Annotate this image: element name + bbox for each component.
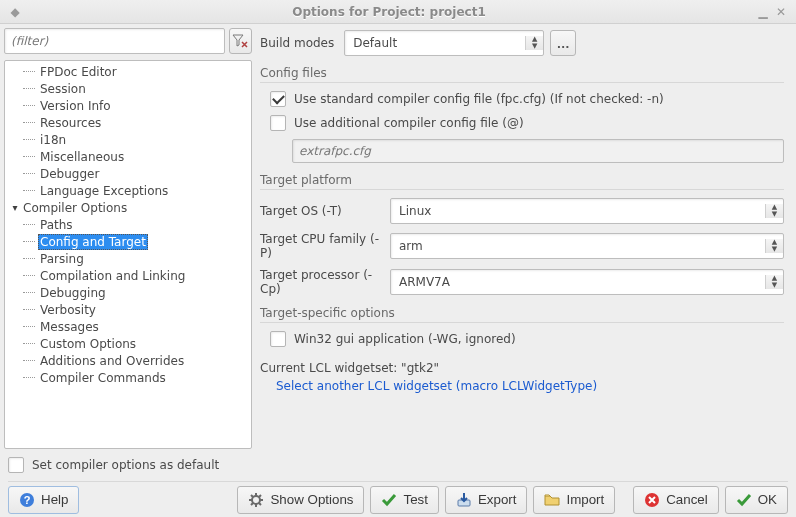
- check-icon: [381, 492, 397, 508]
- tree-item-label: Debugger: [38, 166, 101, 182]
- window-app-icon: ◆: [6, 3, 24, 21]
- tree-item[interactable]: Paths: [5, 216, 251, 233]
- current-widgetset-label: Current LCL widgetset: "gtk2": [260, 361, 784, 375]
- window-minimize-button[interactable]: ▁: [754, 3, 772, 21]
- tree-item[interactable]: Version Info: [5, 97, 251, 114]
- target-processor-label: Target processor (-Cp): [260, 268, 390, 296]
- folder-icon: [544, 492, 560, 508]
- build-modes-combo[interactable]: Default ▲▼: [344, 30, 544, 56]
- target-processor-value: ARMV7A: [391, 275, 765, 289]
- tree-item[interactable]: Session: [5, 80, 251, 97]
- target-processor-combo[interactable]: ARMV7A ▲▼: [390, 269, 784, 295]
- tree-item[interactable]: Custom Options: [5, 335, 251, 352]
- category-tree[interactable]: FPDoc EditorSessionVersion InfoResources…: [4, 60, 252, 449]
- check-icon: [736, 492, 752, 508]
- tree-item[interactable]: Debugging: [5, 284, 251, 301]
- window-close-button[interactable]: ✕: [772, 3, 790, 21]
- svg-point-2: [252, 496, 260, 504]
- chevron-updown-icon: ▲▼: [525, 36, 543, 50]
- use-additional-config-checkbox[interactable]: [270, 115, 286, 131]
- win32-gui-checkbox[interactable]: [270, 331, 286, 347]
- tree-item[interactable]: FPDoc Editor: [5, 63, 251, 80]
- tree-item-label: Compiler Commands: [38, 370, 168, 386]
- target-os-value: Linux: [391, 204, 765, 218]
- tree-item[interactable]: Parsing: [5, 250, 251, 267]
- tree-item-label: Paths: [38, 217, 75, 233]
- set-default-checkbox[interactable]: [8, 457, 24, 473]
- import-button[interactable]: Import: [533, 486, 615, 514]
- svg-text:?: ?: [24, 494, 31, 506]
- tree-item-label: i18n: [38, 132, 68, 148]
- target-specific-group-title: Target-specific options: [260, 306, 784, 320]
- target-platform-group-title: Target platform: [260, 173, 784, 187]
- tree-item-label: Compiler Options: [21, 200, 129, 216]
- funnel-clear-icon: [232, 33, 248, 49]
- config-files-group-title: Config files: [260, 66, 784, 80]
- ellipsis-icon: …: [557, 36, 570, 51]
- use-standard-config-label: Use standard compiler config file (fpc.c…: [294, 92, 664, 106]
- export-button[interactable]: Export: [445, 486, 528, 514]
- tree-item-label: Resources: [38, 115, 103, 131]
- test-button[interactable]: Test: [370, 486, 438, 514]
- target-cpu-combo[interactable]: arm ▲▼: [390, 233, 784, 259]
- tree-item-label: Messages: [38, 319, 101, 335]
- tree-item-label: Compilation and Linking: [38, 268, 187, 284]
- chevron-updown-icon: ▲▼: [765, 239, 783, 253]
- chevron-updown-icon: ▲▼: [765, 275, 783, 289]
- cancel-button[interactable]: Cancel: [633, 486, 719, 514]
- tree-item[interactable]: Compilation and Linking: [5, 267, 251, 284]
- tree-item-label: Parsing: [38, 251, 86, 267]
- export-icon: [456, 492, 472, 508]
- filter-clear-button[interactable]: [229, 28, 252, 54]
- help-button[interactable]: ? Help: [8, 486, 79, 514]
- tree-item[interactable]: i18n: [5, 131, 251, 148]
- win32-gui-label: Win32 gui application (-WG, ignored): [294, 332, 516, 346]
- chevron-down-icon: ▾: [9, 202, 21, 213]
- gear-icon: [248, 492, 264, 508]
- tree-item[interactable]: Config and Target: [5, 233, 251, 250]
- tree-item-label: Additions and Overrides: [38, 353, 186, 369]
- use-additional-config-label: Use additional compiler config file (@): [294, 116, 524, 130]
- dialog-button-bar: ? Help Show Options Test Export Import: [8, 481, 788, 513]
- tree-item-label: Config and Target: [38, 234, 148, 250]
- target-os-label: Target OS (-T): [260, 204, 390, 218]
- tree-item[interactable]: ▾Compiler Options: [5, 199, 251, 216]
- window-title: Options for Project: project1: [24, 5, 754, 19]
- tree-item[interactable]: Language Exceptions: [5, 182, 251, 199]
- help-icon: ?: [19, 492, 35, 508]
- filter-input[interactable]: [4, 28, 225, 54]
- tree-item-label: Miscellaneous: [38, 149, 126, 165]
- target-os-combo[interactable]: Linux ▲▼: [390, 198, 784, 224]
- chevron-updown-icon: ▲▼: [765, 204, 783, 218]
- tree-item-label: Version Info: [38, 98, 113, 114]
- tree-item-label: Session: [38, 81, 88, 97]
- tree-item[interactable]: Messages: [5, 318, 251, 335]
- tree-item[interactable]: Debugger: [5, 165, 251, 182]
- show-options-button[interactable]: Show Options: [237, 486, 364, 514]
- tree-item[interactable]: Additions and Overrides: [5, 352, 251, 369]
- target-cpu-label: Target CPU family (-P): [260, 232, 390, 260]
- window-titlebar: ◆ Options for Project: project1 ▁ ✕: [0, 0, 796, 24]
- cancel-icon: [644, 492, 660, 508]
- tree-item-label: Verbosity: [38, 302, 98, 318]
- tree-item[interactable]: Resources: [5, 114, 251, 131]
- ok-button[interactable]: OK: [725, 486, 788, 514]
- tree-item[interactable]: Verbosity: [5, 301, 251, 318]
- build-modes-manage-button[interactable]: …: [550, 30, 576, 56]
- additional-config-path-input: [292, 139, 784, 163]
- use-standard-config-checkbox[interactable]: [270, 91, 286, 107]
- tree-item[interactable]: Miscellaneous: [5, 148, 251, 165]
- set-default-label: Set compiler options as default: [32, 458, 219, 472]
- tree-item-label: Debugging: [38, 285, 108, 301]
- tree-item-label: Language Exceptions: [38, 183, 170, 199]
- category-panel: FPDoc EditorSessionVersion InfoResources…: [4, 28, 252, 449]
- select-widgetset-link[interactable]: Select another LCL widgetset (macro LCLW…: [276, 379, 597, 393]
- build-modes-label: Build modes: [260, 36, 334, 50]
- target-cpu-value: arm: [391, 239, 765, 253]
- options-page: Build modes Default ▲▼ … Config files Us…: [260, 30, 784, 449]
- build-modes-value: Default: [345, 36, 525, 50]
- tree-item-label: FPDoc Editor: [38, 64, 119, 80]
- tree-item-label: Custom Options: [38, 336, 138, 352]
- tree-item[interactable]: Compiler Commands: [5, 369, 251, 386]
